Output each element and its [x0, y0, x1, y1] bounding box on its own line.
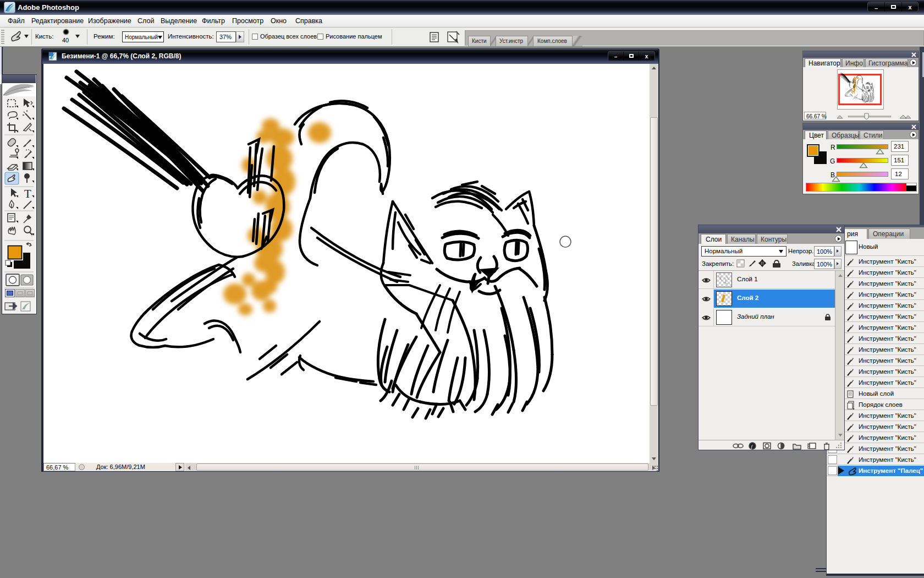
svg-text:T: T	[24, 187, 31, 200]
